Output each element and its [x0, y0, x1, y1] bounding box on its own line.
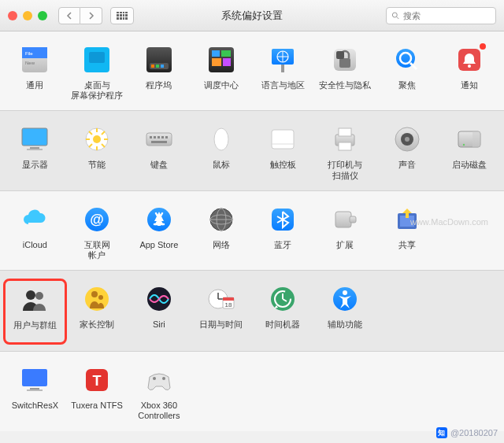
svg-rect-31: [22, 128, 47, 146]
spotlight-icon: [391, 44, 423, 76]
pref-sharing[interactable]: 共享: [377, 202, 438, 262]
pref-siri[interactable]: Siri: [129, 282, 190, 343]
credit: 知 @20180207: [436, 427, 498, 438]
label: 网络: [213, 240, 230, 260]
svg-rect-49: [161, 136, 164, 138]
pref-dock[interactable]: 程序坞: [129, 42, 190, 102]
label: 触控板: [270, 160, 296, 180]
appstore-icon: [143, 204, 175, 235]
svg-text:T: T: [93, 373, 102, 389]
titlebar: 系统偏好设置: [0, 0, 504, 31]
pref-mouse[interactable]: 鼠标: [191, 122, 251, 182]
svg-rect-97: [22, 369, 47, 386]
xbox-icon: [143, 364, 175, 396]
pref-icloud[interactable]: iCloud: [5, 202, 65, 262]
label: 通知: [461, 80, 478, 101]
svg-point-36: [93, 135, 101, 143]
svg-rect-47: [154, 136, 156, 138]
pref-energy[interactable]: 节能: [67, 122, 128, 182]
svg-rect-56: [339, 128, 351, 136]
label: 用户与群组: [13, 320, 57, 341]
pref-appstore[interactable]: App Store: [129, 202, 190, 262]
pref-users-groups[interactable]: 用户与群组: [3, 279, 67, 345]
pref-keyboard[interactable]: 键盘: [129, 122, 190, 182]
energy-icon: [81, 124, 113, 155]
label: 互联网帐户: [84, 240, 110, 260]
siri-icon: [143, 283, 175, 315]
bluetooth-icon: [267, 204, 298, 235]
prefs-row-5: SwitchResX T Tuxera NTFS Xbox 360Control…: [0, 352, 504, 430]
close-button[interactable]: [8, 11, 17, 20]
prefs-row-1: FileNew 通用 桌面与屏幕保护程序 程序坞 调度中心 语言与地区 安全性与…: [0, 31, 504, 111]
icloud-icon: [19, 204, 50, 235]
svg-rect-10: [151, 65, 154, 68]
label: 打印机与扫描仪: [328, 160, 362, 180]
pref-desktop[interactable]: 桌面与屏幕保护程序: [67, 42, 128, 102]
svg-point-30: [468, 65, 471, 68]
pref-parental[interactable]: 家长控制: [67, 282, 128, 343]
pref-mission-control[interactable]: 调度中心: [191, 42, 251, 102]
pref-extensions[interactable]: 扩展: [315, 202, 376, 262]
minimize-button[interactable]: [23, 11, 32, 20]
pref-notifications[interactable]: 通知: [439, 42, 499, 102]
svg-point-80: [35, 292, 43, 300]
pref-tuxera[interactable]: T Tuxera NTFS: [67, 363, 128, 423]
label: 键盘: [150, 160, 168, 180]
search-icon: [391, 11, 400, 20]
label: 通用: [26, 80, 43, 101]
label: 节能: [88, 160, 106, 180]
svg-point-96: [343, 290, 347, 295]
pref-trackpad[interactable]: 触控板: [253, 122, 313, 182]
search-field[interactable]: [386, 7, 496, 24]
pref-xbox[interactable]: Xbox 360Controllers: [129, 363, 190, 423]
label: Siri: [153, 319, 165, 340]
pref-switchresx[interactable]: SwitchResX: [5, 363, 65, 423]
label: 鼠标: [213, 160, 230, 180]
label: 时间机器: [265, 319, 300, 340]
label: 共享: [398, 240, 416, 260]
switchresx-icon: [19, 364, 50, 396]
label: 安全性与隐私: [319, 80, 371, 101]
pref-general[interactable]: FileNew 通用: [5, 42, 65, 102]
internet-accounts-icon: @: [81, 204, 113, 235]
svg-rect-11: [156, 65, 159, 68]
language-icon: [267, 44, 298, 76]
label: 日期与时间: [199, 319, 243, 340]
pref-sound[interactable]: 声音: [377, 122, 438, 182]
accessibility-icon: [329, 283, 361, 315]
pref-startup-disk[interactable]: 启动磁盘: [439, 122, 499, 182]
show-all-button[interactable]: [110, 7, 134, 24]
pref-bluetooth[interactable]: 蓝牙: [253, 202, 313, 262]
timemachine-icon: [267, 283, 298, 315]
svg-rect-53: [272, 130, 294, 149]
pref-timemachine[interactable]: 时间机器: [253, 282, 313, 343]
maximize-button[interactable]: [38, 11, 47, 20]
pref-internet-accounts[interactable]: @ 互联网帐户: [67, 202, 128, 262]
pref-accessibility[interactable]: 辅助功能: [315, 282, 376, 343]
label: 桌面与屏幕保护程序: [71, 80, 123, 101]
pref-displays[interactable]: 显示器: [5, 122, 65, 182]
label: 显示器: [22, 160, 48, 180]
chevron-left-icon: [66, 12, 72, 20]
label: 扩展: [336, 240, 354, 260]
pref-printers[interactable]: 打印机与扫描仪: [315, 122, 376, 182]
svg-rect-14: [212, 50, 220, 57]
svg-rect-98: [30, 388, 39, 389]
pref-language-region[interactable]: 语言与地区: [253, 42, 313, 102]
svg-rect-51: [151, 141, 167, 143]
svg-point-103: [162, 377, 165, 380]
pref-security[interactable]: 安全性与隐私: [315, 42, 376, 102]
chevron-right-icon: [88, 12, 94, 20]
pref-network[interactable]: 网络: [191, 202, 251, 262]
forward-button[interactable]: [80, 7, 102, 24]
notifications-icon: [454, 44, 485, 76]
search-input[interactable]: [403, 11, 491, 20]
prefs-row-2: 显示器 节能 键盘 鼠标 触控板 打印机与扫描仪 声音: [0, 111, 504, 190]
svg-text:18: 18: [224, 301, 232, 308]
back-button[interactable]: [58, 7, 80, 24]
pref-spotlight[interactable]: 聚焦: [377, 42, 438, 102]
svg-rect-99: [27, 389, 43, 391]
datetime-icon: 18: [206, 283, 237, 315]
svg-rect-17: [223, 58, 231, 66]
pref-datetime[interactable]: 18 日期与时间: [191, 282, 251, 343]
